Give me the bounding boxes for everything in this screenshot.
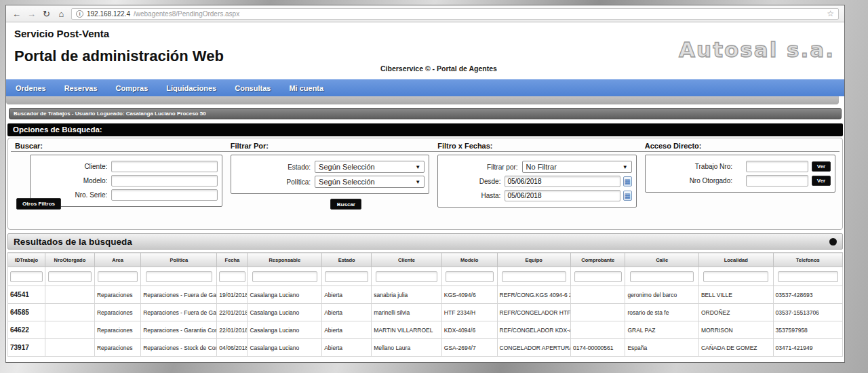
estado-select-value: Según Selección bbox=[319, 163, 375, 171]
column-filter-input-calle[interactable] bbox=[630, 271, 694, 282]
section-acceso-directo-title: Acceso Directo: bbox=[641, 140, 840, 152]
column-header-responsable[interactable]: Responsable bbox=[248, 253, 322, 267]
home-icon[interactable]: ⌂ bbox=[56, 9, 66, 19]
cell-responsable: Casalanga Luciano bbox=[248, 321, 322, 339]
cell-modelo: KGS-4094/6 bbox=[441, 286, 497, 304]
address-bar[interactable]: i 192.168.122.4/webagentes8/PendingOrder… bbox=[71, 8, 839, 20]
nro-serie-input[interactable] bbox=[111, 189, 217, 201]
nav-item-mi-cuenta[interactable]: Mi cuenta bbox=[289, 84, 323, 92]
politica-select-value: Según Selección bbox=[319, 178, 375, 186]
search-panel: Buscar: Cliente: Modelo: Nro. Serie: bbox=[7, 138, 843, 230]
nav-item-consultas[interactable]: Consultas bbox=[235, 84, 271, 92]
calendar-icon[interactable]: ▦ bbox=[623, 191, 632, 201]
ver-otorgado-button[interactable]: Ver bbox=[812, 176, 831, 186]
browser-chrome: ← → ↻ ⌂ i 192.168.122.4/webagentes8/Pend… bbox=[6, 5, 844, 22]
modelo-input[interactable] bbox=[111, 175, 217, 186]
section-acceso-directo-box: Trabajo Nro: Ver Nro Otorgado: Ver bbox=[645, 155, 835, 193]
column-filter-input-estado[interactable] bbox=[325, 271, 368, 282]
column-filter-input-modelo[interactable] bbox=[446, 271, 494, 282]
chevron-down-icon: ▼ bbox=[415, 179, 420, 185]
section-filtrar-por-title: Filtrar Por: bbox=[226, 140, 434, 152]
table-row[interactable]: 64585ReparacionesReparaciones - Fuera de… bbox=[8, 304, 843, 321]
cell-area: Reparaciones bbox=[94, 286, 140, 304]
column-filter-input-politica[interactable] bbox=[146, 271, 212, 282]
page: Servicio Post-Venta Portal de administra… bbox=[6, 22, 844, 362]
refresh-icon[interactable]: ↻ bbox=[41, 9, 52, 19]
column-header-cliente[interactable]: Cliente bbox=[372, 253, 442, 267]
filter-cell-localidad bbox=[698, 267, 773, 286]
cliente-input[interactable] bbox=[111, 161, 217, 172]
politica-label: Política: bbox=[235, 178, 315, 186]
info-icon[interactable]: i bbox=[76, 10, 83, 18]
column-header-calle[interactable]: Calle bbox=[625, 253, 698, 267]
cell-idtrabajo: 73917 bbox=[8, 339, 45, 357]
column-header-idtrabajo[interactable]: IDTrabajo bbox=[8, 253, 45, 267]
otros-filtros-button[interactable]: Otros Filtros bbox=[16, 198, 61, 210]
column-header-modelo[interactable]: Modelo bbox=[441, 253, 497, 267]
desde-date-input[interactable] bbox=[505, 176, 620, 187]
cell-nrootorgado bbox=[45, 304, 94, 321]
calendar-icon[interactable]: ▦ bbox=[623, 176, 632, 186]
column-filter-input-idtrabajo[interactable] bbox=[10, 271, 42, 282]
buscar-button[interactable]: Buscar bbox=[330, 199, 361, 210]
column-filter-input-equipo[interactable] bbox=[502, 271, 566, 282]
filter-cell-responsable bbox=[248, 267, 322, 286]
cell-telefonos: 03471-421949 bbox=[773, 339, 842, 357]
collapse-results-icon[interactable] bbox=[829, 238, 837, 246]
cell-calle: rosario de sta fe bbox=[625, 304, 698, 321]
cell-idtrabajo: 64541 bbox=[8, 286, 45, 304]
column-header-telefonos[interactable]: Telefonos bbox=[773, 253, 842, 267]
column-header-fecha[interactable]: Fecha bbox=[217, 253, 248, 267]
cell-localidad: MORRISON bbox=[698, 321, 773, 339]
nav-item-compras[interactable]: Compras bbox=[116, 84, 149, 92]
back-icon[interactable]: ← bbox=[12, 9, 22, 19]
cell-localidad: ORDOÑEZ bbox=[698, 304, 773, 321]
filter-cell-area bbox=[94, 267, 140, 286]
column-filter-input-localidad[interactable] bbox=[703, 271, 768, 282]
column-filter-input-cliente[interactable] bbox=[376, 271, 437, 282]
column-header-localidad[interactable]: Localidad bbox=[698, 253, 773, 267]
column-header-politica[interactable]: Politica bbox=[141, 253, 217, 267]
column-header-comprobante[interactable]: Comprobante bbox=[570, 253, 625, 267]
nro-otorgado-input[interactable] bbox=[746, 175, 808, 186]
estado-select[interactable]: Según Selección ▼ bbox=[315, 161, 425, 173]
status-bar: Buscador de Trabajos - Usuario Logueado:… bbox=[9, 108, 842, 119]
nav-item-reservas[interactable]: Reservas bbox=[64, 84, 98, 92]
cell-fecha: 22/01/2018 bbox=[217, 321, 248, 339]
column-filter-input-comprobante[interactable] bbox=[574, 271, 622, 282]
section-buscar: Buscar: Cliente: Modelo: Nro. Serie: bbox=[11, 140, 226, 213]
hasta-date-input[interactable] bbox=[505, 190, 620, 201]
nav-item-liquidaciones[interactable]: Liquidaciones bbox=[166, 84, 216, 92]
column-filter-input-area[interactable] bbox=[98, 271, 138, 282]
section-acceso-directo: Acceso Directo: Trabajo Nro: Ver Nro Oto… bbox=[641, 140, 840, 213]
column-filter-input-telefonos[interactable] bbox=[778, 271, 838, 282]
table-row[interactable]: 64622ReparacionesReparaciones - Garantia… bbox=[8, 321, 843, 339]
bookmark-star-icon[interactable]: ☆ bbox=[827, 9, 834, 18]
cell-localidad: CAÑADA DE GOMEZ bbox=[698, 339, 773, 357]
section-filtro-fechas-title: Filtro x Fechas: bbox=[433, 140, 641, 152]
cell-fecha: 22/01/2018 bbox=[217, 304, 248, 321]
cell-area: Reparaciones bbox=[94, 321, 140, 339]
nav-item-ordenes[interactable]: Ordenes bbox=[16, 84, 46, 92]
cell-estado: Abierta bbox=[322, 321, 372, 339]
column-header-equipo[interactable]: Equipo bbox=[497, 253, 570, 267]
cell-nrootorgado bbox=[45, 339, 94, 357]
column-filter-input-fecha[interactable] bbox=[219, 271, 245, 282]
table-row[interactable]: 73917ReparacionesReparaciones - Stock de… bbox=[8, 339, 843, 357]
cell-cliente: sanabria julia bbox=[372, 286, 442, 304]
column-filter-input-responsable[interactable] bbox=[252, 271, 317, 282]
ver-trabajo-button[interactable]: Ver bbox=[812, 161, 831, 172]
politica-select[interactable]: Según Selección ▼ bbox=[315, 176, 425, 188]
column-header-estado[interactable]: Estado bbox=[322, 253, 372, 267]
cell-cliente: Mellano Laura bbox=[372, 339, 442, 357]
column-filter-input-nrootorgado[interactable] bbox=[48, 271, 91, 282]
table-row[interactable]: 64541ReparacionesReparaciones - Fuera de… bbox=[8, 286, 843, 304]
filtrar-por-select[interactable]: No Filtrar ▼ bbox=[522, 161, 632, 173]
cell-fecha: 04/06/2018 bbox=[217, 339, 248, 357]
column-header-area[interactable]: Area bbox=[94, 253, 140, 267]
cell-equipo: CONGELADOR APERTURA PR bbox=[497, 339, 570, 357]
trabajo-nro-input[interactable] bbox=[746, 161, 808, 172]
forward-icon[interactable]: → bbox=[26, 9, 37, 19]
cell-cliente: marinelli silvia bbox=[372, 304, 442, 321]
column-header-nrootorgado[interactable]: NroOtorgado bbox=[45, 253, 94, 267]
